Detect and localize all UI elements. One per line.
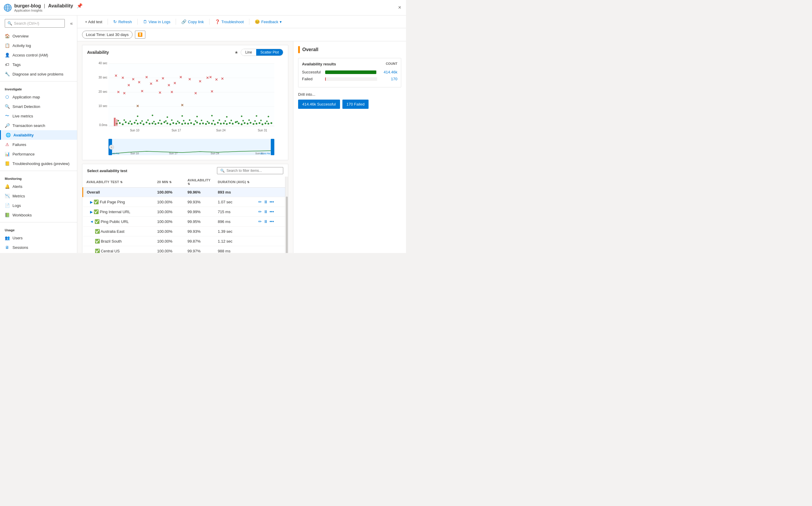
svg-text:30 sec: 30 sec xyxy=(99,76,107,79)
pin-icon[interactable]: 📌 xyxy=(77,3,83,8)
row-availability: 99.93% xyxy=(184,227,214,236)
col-duration[interactable]: DURATION (AVG) xyxy=(214,177,255,188)
svg-text:Sun 24: Sun 24 xyxy=(211,152,219,155)
sidebar-item-performance[interactable]: 📊 Performance xyxy=(0,149,77,159)
content-area: + Add test ↻ Refresh 🗒 View in Logs 🔗 Co… xyxy=(77,15,406,253)
check-icon: ✅ xyxy=(95,229,100,234)
col-20min[interactable]: 20 MIN xyxy=(154,177,184,188)
sidebar-item-diagnose[interactable]: 🔧 Diagnose and solve problems xyxy=(0,69,77,79)
more-icon[interactable]: ••• xyxy=(270,209,274,214)
diagnose-icon: 🔧 xyxy=(5,72,9,76)
table-search-icon: 🔍 xyxy=(220,169,225,173)
line-toggle-button[interactable]: Line xyxy=(241,49,256,56)
refresh-button[interactable]: ↻ Refresh xyxy=(110,18,135,25)
sidebar-item-metrics[interactable]: 📉 Metrics xyxy=(0,191,77,201)
sidebar-item-transaction-search-label: Transaction search xyxy=(12,123,45,128)
sidebar-item-alerts[interactable]: 🔔 Alerts xyxy=(0,182,77,191)
table-search-input[interactable] xyxy=(227,169,280,173)
more-icon[interactable]: ••• xyxy=(270,199,274,204)
sidebar-item-failures[interactable]: ⚠ Failures xyxy=(0,140,77,149)
svg-text:Sun 24: Sun 24 xyxy=(216,129,225,132)
filter-funnel-button[interactable]: ⏬ xyxy=(135,31,145,38)
app-name: burger-blog xyxy=(14,3,41,8)
overall-name: Overall xyxy=(83,188,154,197)
svg-text:Sun 17: Sun 17 xyxy=(169,152,178,155)
table-search[interactable]: 🔍 xyxy=(217,167,283,174)
table-row[interactable]: ✅ Australia East 100.00% 99.93% 1.39 sec xyxy=(83,227,285,236)
sidebar-item-events[interactable]: ⚡ Events xyxy=(0,252,77,253)
overall-row[interactable]: Overall 100.00% 99.96% 893 ms xyxy=(83,188,285,197)
view-in-logs-button[interactable]: 🗒 View in Logs xyxy=(140,18,173,25)
edit-icon[interactable]: ✏ xyxy=(258,219,262,224)
drill-buttons: 414.46k Successful 170 Failed xyxy=(298,100,401,109)
drill-successful-button[interactable]: 414.46k Successful xyxy=(298,100,340,109)
edit-icon[interactable]: ✏ xyxy=(258,209,262,214)
sidebar-item-access-control[interactable]: 👤 Access control (IAM) xyxy=(0,50,77,60)
sidebar-item-workbooks[interactable]: 📗 Workbooks xyxy=(0,210,77,220)
monitoring-group-label: Monitoring xyxy=(0,173,77,182)
close-button[interactable]: × xyxy=(397,3,402,12)
sidebar-item-live-metrics[interactable]: 〜 Live metrics xyxy=(0,111,77,121)
more-icon[interactable]: ••• xyxy=(270,219,274,224)
activity-log-icon: 📋 xyxy=(5,43,9,48)
sidebar-item-sessions[interactable]: 🖥 Sessions xyxy=(0,243,77,252)
app-container: burger-blog | Availability 📌 Application… xyxy=(0,0,406,253)
row-expand-icon[interactable]: ▶ xyxy=(90,210,93,214)
failed-result-row: Failed 170 xyxy=(302,77,397,81)
feedback-chevron-icon: ▾ xyxy=(280,20,282,24)
svg-text:10 sec: 10 sec xyxy=(99,104,107,108)
search-box[interactable]: 🔍 xyxy=(5,19,65,28)
results-header: Availability results COUNT xyxy=(302,62,397,66)
sidebar-item-activity-log[interactable]: 📋 Activity log xyxy=(0,41,77,50)
search-input[interactable] xyxy=(14,21,62,25)
sidebar-item-availability[interactable]: 🌐 Availability xyxy=(0,130,77,140)
sidebar-item-troubleshooting[interactable]: 📒 Troubleshooting guides (preview) xyxy=(0,159,77,168)
pause-icon[interactable]: ⏸ xyxy=(264,219,268,224)
successful-count[interactable]: 414.46k xyxy=(379,70,397,74)
overall-duration: 893 ms xyxy=(214,188,255,197)
table-row[interactable]: ▶ ✅ Full Page Ping 100.00% 99.93% 1.07 s… xyxy=(83,197,285,207)
successful-bar-container xyxy=(325,71,377,74)
row-duration: 1.39 sec xyxy=(214,227,255,236)
sidebar-item-smart-detection[interactable]: 🔍 Smart Detection xyxy=(0,102,77,111)
sidebar-item-overview[interactable]: 🏠 Overview xyxy=(0,31,77,41)
row-20min: 100.00% xyxy=(154,246,184,253)
col-availability-test[interactable]: AVAILABILITY TEST xyxy=(83,177,154,188)
overall-title: Overall xyxy=(302,47,318,52)
feedback-button[interactable]: 😊 Feedback ▾ xyxy=(252,18,285,25)
scrollbar-thumb[interactable] xyxy=(286,196,288,253)
drill-failed-button[interactable]: 170 Failed xyxy=(342,100,369,109)
chart-pin-icon[interactable]: ★ xyxy=(235,50,238,55)
add-test-button[interactable]: + Add test xyxy=(82,18,105,25)
sidebar-item-users[interactable]: 👥 Users xyxy=(0,233,77,243)
sidebar-item-transaction-search[interactable]: 🔎 Transaction search xyxy=(0,121,77,130)
pause-icon[interactable]: ⏸ xyxy=(264,199,268,204)
collapse-icon[interactable]: « xyxy=(68,20,75,27)
table-row[interactable]: ✅ Brazil South 100.00% 99.87% 1.12 sec xyxy=(83,236,285,246)
availability-icon: 🌐 xyxy=(6,133,10,137)
time-filter-button[interactable]: Local Time: Last 30 days xyxy=(82,31,132,38)
troubleshoot-button[interactable]: ❓ Troubleshoot xyxy=(212,18,247,25)
table-scrollbar[interactable] xyxy=(285,177,288,253)
pause-icon[interactable]: ⏸ xyxy=(264,209,268,214)
row-20min: 100.00% xyxy=(154,227,184,236)
sidebar-item-logs[interactable]: 📄 Logs xyxy=(0,201,77,210)
sidebar-item-workbooks-label: Workbooks xyxy=(12,213,32,217)
sidebar-item-app-map[interactable]: ⬡ Application map xyxy=(0,92,77,102)
row-expand-icon[interactable]: ▶ xyxy=(90,200,93,204)
table-row[interactable]: ▼ ✅ Ping Public URL 100.00% 99.95% 896 m… xyxy=(83,217,285,227)
scatter-toggle-button[interactable]: Scatter Plot xyxy=(256,49,283,56)
sidebar-item-tags[interactable]: 🏷 Tags xyxy=(0,60,77,69)
failed-count[interactable]: 170 xyxy=(379,77,397,81)
table-row[interactable]: ▶ ✅ Ping Internal URL 100.00% 99.99% 715… xyxy=(83,207,285,217)
sidebar-item-activity-log-label: Activity log xyxy=(12,44,31,48)
edit-icon[interactable]: ✏ xyxy=(258,199,262,204)
chart-header: Availability ★ Line Scatter Plot xyxy=(82,45,288,58)
svg-text:08:48 PM: 08:48 PM xyxy=(260,152,270,155)
row-collapse-icon[interactable]: ▼ xyxy=(89,220,94,224)
copy-link-button[interactable]: 🔗 Copy link xyxy=(178,18,206,25)
table-row[interactable]: ✅ Central US 100.00% 99.97% 988 ms xyxy=(83,246,285,253)
svg-text:40 sec: 40 sec xyxy=(99,62,107,65)
svg-text:?: ? xyxy=(111,146,112,149)
col-availability[interactable]: AVAILABILITY xyxy=(184,177,214,188)
